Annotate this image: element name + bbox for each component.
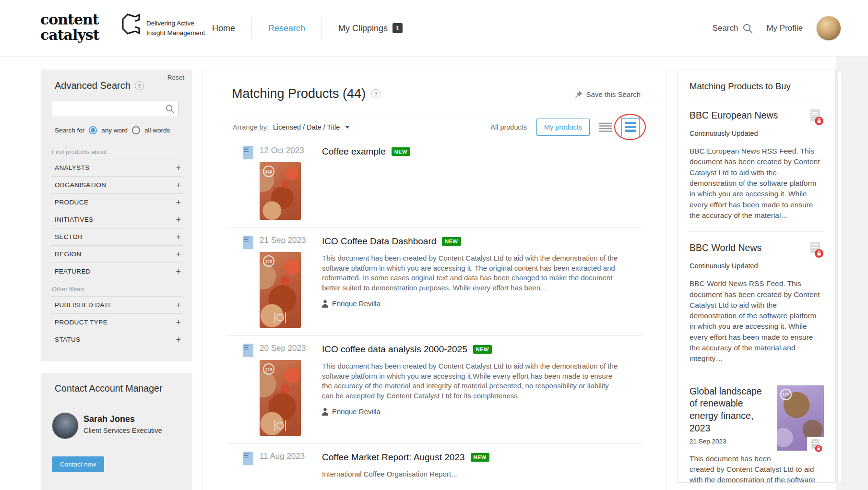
locked-document-icon bbox=[808, 437, 825, 454]
radio-any-word-label[interactable]: any word bbox=[101, 127, 128, 134]
document-icon bbox=[243, 344, 253, 436]
buy-item: BBC World News Continuously Updated BBC … bbox=[690, 232, 824, 375]
logo-wordmark[interactable]: content catalyst bbox=[40, 12, 99, 43]
contact-account-manager-panel: Contact Account Manager Sarah Jones Clie… bbox=[41, 373, 192, 490]
result-date: 21 Sep 2023 bbox=[260, 236, 316, 245]
buy-item-description: This document has been created by Conten… bbox=[690, 454, 824, 483]
help-icon[interactable]: ? bbox=[135, 81, 144, 90]
advanced-search-title: Advanced Search ? bbox=[55, 80, 144, 91]
find-products-label: Find products about bbox=[41, 143, 192, 159]
arrange-by-label: Arrange by: bbox=[233, 123, 269, 131]
radio-all-words[interactable] bbox=[132, 126, 140, 134]
result-description: This document has been created by Conten… bbox=[322, 253, 619, 293]
expand-plus-icon[interactable]: + bbox=[176, 217, 181, 223]
buy-item-description: BBC European News RSS Feed. This documen… bbox=[690, 146, 824, 221]
nav-research[interactable]: Research bbox=[252, 24, 321, 34]
expand-plus-icon[interactable]: + bbox=[176, 165, 181, 171]
nav-my-clippings[interactable]: My Clippings1 bbox=[322, 23, 419, 34]
expand-plus-icon[interactable]: + bbox=[176, 200, 181, 205]
expand-plus-icon[interactable]: + bbox=[176, 234, 181, 240]
result-meta: 11 Aug 2023 bbox=[260, 452, 316, 479]
header-right: Search My Profile bbox=[713, 0, 841, 57]
all-products-toggle[interactable]: All products bbox=[490, 123, 527, 131]
expand-plus-icon[interactable]: + bbox=[176, 320, 181, 325]
filter-analysts[interactable]: ANALYSTS + bbox=[51, 159, 182, 176]
matching-products-to-buy-panel: Matching Products to Buy BBC European Ne… bbox=[678, 70, 836, 483]
result-author[interactable]: Enrique Revilla bbox=[322, 299, 642, 308]
chevron-down-icon bbox=[345, 126, 350, 129]
my-products-toggle[interactable]: My products bbox=[536, 119, 590, 136]
clippings-count-badge: 1 bbox=[392, 23, 403, 33]
filter-sector[interactable]: SECTOR + bbox=[51, 228, 182, 245]
result-row: 21 Sep 2023 123 ICO Coffee Data Dashboar… bbox=[227, 228, 642, 336]
logo-line1: content bbox=[40, 12, 99, 27]
detail-view-icon[interactable] bbox=[621, 118, 640, 136]
reset-link[interactable]: Reset bbox=[167, 74, 184, 81]
save-this-search-link[interactable]: Save this Search bbox=[575, 90, 641, 98]
filter-produce[interactable]: PRODUCE + bbox=[51, 193, 182, 211]
expand-plus-icon[interactable]: + bbox=[176, 337, 181, 343]
result-author[interactable]: Enrique Revilla bbox=[322, 407, 642, 416]
expand-plus-icon[interactable]: + bbox=[176, 302, 181, 308]
profile-avatar[interactable] bbox=[816, 16, 841, 41]
result-thumbnail[interactable]: 123 bbox=[260, 252, 301, 328]
filter-featured[interactable]: FEATURED + bbox=[51, 263, 182, 280]
help-icon[interactable]: ? bbox=[371, 89, 380, 98]
person-icon bbox=[322, 408, 328, 416]
buy-item-subtitle: Continuously Updated bbox=[690, 130, 824, 137]
filter-status[interactable]: STATUS + bbox=[51, 331, 182, 348]
logo-line2: catalyst bbox=[40, 27, 99, 43]
result-thumbnail[interactable]: 123 bbox=[260, 162, 301, 220]
result-body: Coffee Market Report: August 2023 NEW In… bbox=[322, 452, 642, 479]
arrange-by-value: Licensed / Date / Title bbox=[273, 123, 340, 131]
my-profile-link[interactable]: My Profile bbox=[766, 24, 803, 33]
filter-organisation[interactable]: ORGANISATION + bbox=[51, 176, 182, 193]
expand-plus-icon[interactable]: + bbox=[176, 269, 181, 275]
result-body: ICO coffee data analysis 2000-2025 NEW T… bbox=[322, 344, 642, 436]
new-badge: NEW bbox=[471, 453, 489, 462]
document-icon bbox=[243, 236, 253, 328]
advanced-search-input[interactable] bbox=[52, 101, 178, 117]
buy-item-title[interactable]: BBC World News bbox=[690, 242, 761, 254]
filter-product-type[interactable]: PRODUCT TYPE + bbox=[51, 313, 182, 331]
new-badge: NEW bbox=[392, 147, 410, 156]
account-manager-avatar bbox=[52, 412, 79, 439]
locked-document-icon bbox=[809, 242, 824, 258]
expand-plus-icon[interactable]: + bbox=[176, 182, 181, 188]
advanced-search-panel: Reset Advanced Search ? Search for any w… bbox=[41, 70, 192, 361]
result-row: 12 Oct 2023 123 Coffee example NEW bbox=[227, 138, 642, 228]
toolbar-right: All products My products bbox=[490, 118, 640, 136]
result-thumbnail[interactable]: 123 bbox=[260, 360, 301, 436]
list-view-icon[interactable] bbox=[599, 122, 612, 132]
result-meta: 20 Sep 2023 123 bbox=[260, 344, 316, 436]
locked-document-icon bbox=[809, 109, 824, 126]
results-panel: Matching Products (44) ? Save this Searc… bbox=[202, 70, 667, 490]
header-search-link[interactable]: Search bbox=[713, 24, 753, 34]
filter-published-date[interactable]: PUBLISHED DATE + bbox=[51, 296, 182, 313]
person-icon bbox=[322, 300, 328, 308]
result-description: This document has been created by Conten… bbox=[322, 361, 619, 401]
radio-all-words-label[interactable]: all words bbox=[144, 127, 170, 134]
result-title[interactable]: Coffee Market Report: August 2023 bbox=[322, 452, 465, 463]
contact-panel-title: Contact Account Manager bbox=[55, 383, 162, 394]
result-title[interactable]: Coffee example bbox=[322, 146, 386, 157]
result-title[interactable]: ICO coffee data analysis 2000-2025 bbox=[322, 344, 467, 355]
document-icon bbox=[243, 452, 253, 479]
radio-any-word[interactable] bbox=[89, 126, 97, 134]
buy-item: 123 Global landscape of renewable energy… bbox=[690, 375, 824, 483]
other-filters-label: Other filters bbox=[41, 280, 192, 296]
arrange-by-dropdown[interactable]: Arrange by: Licensed / Date / Title bbox=[233, 123, 350, 131]
expand-plus-icon[interactable]: + bbox=[176, 251, 181, 257]
new-badge: NEW bbox=[442, 237, 461, 246]
contact-now-button[interactable]: Contact now bbox=[52, 456, 104, 472]
filter-region[interactable]: REGION + bbox=[51, 245, 182, 263]
filter-initiatives[interactable]: INITIATIVES + bbox=[51, 211, 182, 228]
buy-item-title[interactable]: BBC European News bbox=[690, 109, 778, 122]
data-123-badge-icon: 123 bbox=[263, 363, 274, 375]
search-for-row: Search for any word all words bbox=[55, 126, 170, 134]
nav-home[interactable]: Home bbox=[211, 24, 251, 34]
search-icon[interactable] bbox=[166, 105, 175, 114]
result-title[interactable]: ICO Coffee Data Dashboard bbox=[322, 236, 436, 247]
buy-item-thumbnail[interactable]: 123 bbox=[777, 385, 824, 451]
scrollbar-thumb[interactable] bbox=[838, 72, 842, 483]
